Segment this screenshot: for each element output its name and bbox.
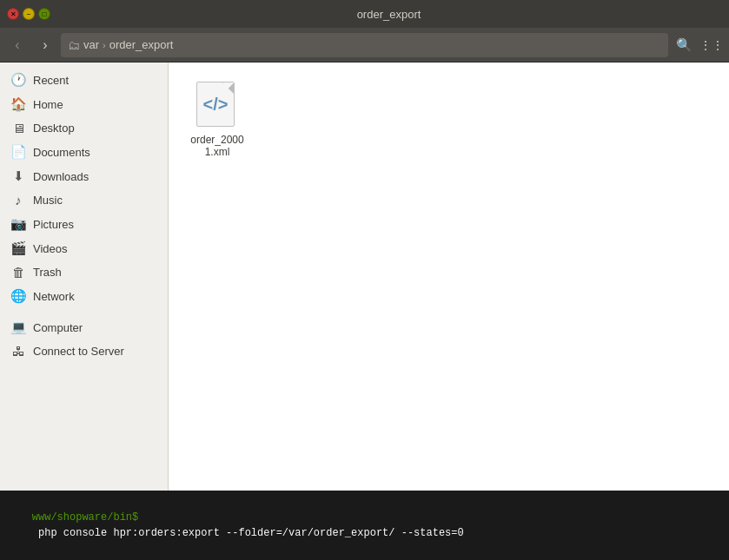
breadcrumb-separator: › xyxy=(103,40,106,50)
videos-icon: 🎬 xyxy=(10,240,26,256)
titlebar: ✕ − □ order_export xyxy=(0,0,729,28)
back-button[interactable]: ‹ xyxy=(5,33,30,57)
sidebar-label-home: Home xyxy=(33,98,63,111)
close-button[interactable]: ✕ xyxy=(7,8,19,20)
terminal-line-1: www/shopware/bin$ php console hpr:orders… xyxy=(7,494,722,557)
recent-icon: 🕐 xyxy=(10,72,26,88)
grid-view-button[interactable]: ⋮⋮ xyxy=(699,33,724,57)
breadcrumb-bar[interactable]: 🗂 var › order_export xyxy=(61,33,668,57)
breadcrumb-folder-icon: 🗂 xyxy=(68,38,80,52)
sidebar: 🕐 Recent 🏠 Home 🖥 Desktop 📄 Documents ⬇ … xyxy=(0,63,169,491)
sidebar-label-connect: Connect to Server xyxy=(33,345,124,358)
minimize-button[interactable]: − xyxy=(23,8,35,20)
music-icon: ♪ xyxy=(10,193,26,208)
terminal-line-2: ort/ xyxy=(7,557,722,560)
documents-icon: 📄 xyxy=(10,144,26,160)
terminal-prompt-1: www/shopware/bin$ xyxy=(32,511,138,524)
xml-bracket-icon: </> xyxy=(203,95,229,115)
sidebar-label-network: Network xyxy=(33,290,75,303)
sidebar-item-home[interactable]: 🏠 Home xyxy=(0,92,168,116)
downloads-icon: ⬇ xyxy=(10,168,26,184)
home-icon: 🏠 xyxy=(10,96,26,112)
sidebar-item-music[interactable]: ♪ Music xyxy=(0,188,168,212)
sidebar-item-videos[interactable]: 🎬 Videos xyxy=(0,236,168,260)
sidebar-label-pictures: Pictures xyxy=(33,218,74,231)
sidebar-label-trash: Trash xyxy=(33,266,62,279)
sidebar-label-videos: Videos xyxy=(33,242,68,255)
desktop-icon: 🖥 xyxy=(10,121,26,135)
pictures-icon: 📷 xyxy=(10,216,26,232)
toolbar: ‹ › 🗂 var › order_export 🔍 ⋮⋮ xyxy=(0,28,729,63)
sidebar-item-network[interactable]: 🌐 Network xyxy=(0,284,168,308)
breadcrumb-var[interactable]: var xyxy=(83,38,99,51)
sidebar-item-documents[interactable]: 📄 Documents xyxy=(0,140,168,164)
sidebar-item-downloads[interactable]: ⬇ Downloads xyxy=(0,164,168,188)
terminal[interactable]: www/shopware/bin$ php console hpr:orders… xyxy=(0,491,729,560)
search-button[interactable]: 🔍 xyxy=(672,33,696,57)
window-controls[interactable]: ✕ − □ xyxy=(7,8,50,20)
trash-icon: 🗑 xyxy=(10,265,26,280)
file-icon-xml: </> xyxy=(196,82,238,130)
forward-button[interactable]: › xyxy=(33,33,57,57)
computer-icon: 💻 xyxy=(10,320,26,335)
file-item-xml[interactable]: </> order_20001.xml xyxy=(182,76,252,163)
sidebar-item-recent[interactable]: 🕐 Recent xyxy=(0,68,168,92)
network-icon: 🌐 xyxy=(10,288,26,304)
sidebar-label-recent: Recent xyxy=(33,74,69,87)
maximize-button[interactable]: □ xyxy=(38,8,50,20)
main-area: 🕐 Recent 🏠 Home 🖥 Desktop 📄 Documents ⬇ … xyxy=(0,63,729,491)
window-title: order_export xyxy=(56,8,722,21)
breadcrumb-order-export[interactable]: order_export xyxy=(109,38,174,51)
file-area: </> order_20001.xml xyxy=(169,63,729,491)
sidebar-item-trash[interactable]: 🗑 Trash xyxy=(0,260,168,284)
sidebar-item-desktop[interactable]: 🖥 Desktop xyxy=(0,116,168,140)
sidebar-label-desktop: Desktop xyxy=(33,122,75,135)
sidebar-label-documents: Documents xyxy=(33,146,90,159)
file-name-xml: order_20001.xml xyxy=(188,134,247,158)
sidebar-item-computer[interactable]: 💻 Computer xyxy=(0,315,168,339)
sidebar-item-pictures[interactable]: 📷 Pictures xyxy=(0,212,168,236)
sidebar-label-downloads: Downloads xyxy=(33,170,89,183)
sidebar-label-music: Music xyxy=(33,194,63,207)
sidebar-label-computer: Computer xyxy=(33,321,83,334)
terminal-cmd-1: php console hpr:orders:export --folder=/… xyxy=(32,527,464,539)
sidebar-item-connect[interactable]: 🖧 Connect to Server xyxy=(0,339,168,363)
sidebar-separator xyxy=(0,308,168,315)
connect-icon: 🖧 xyxy=(10,344,26,359)
